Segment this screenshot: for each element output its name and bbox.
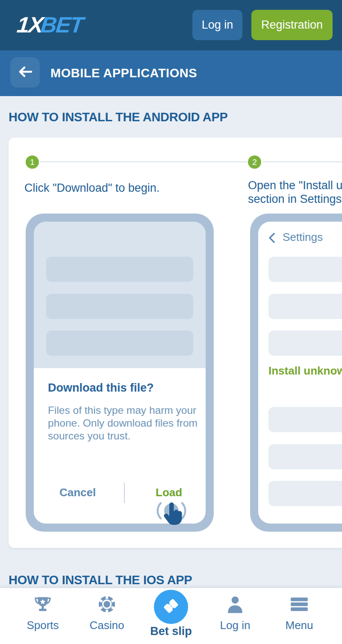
placeholder-bar: [268, 331, 342, 356]
placeholder-bar: [268, 257, 342, 282]
placeholder-bar: [46, 294, 193, 319]
nav-label-casino: Casino: [90, 619, 124, 632]
casino-chip-icon: [97, 595, 117, 615]
placeholder-bar: [268, 407, 342, 432]
registration-button[interactable]: Registration: [251, 10, 333, 40]
back-button[interactable]: [10, 57, 40, 88]
nav-item-sports[interactable]: Sports: [13, 595, 73, 632]
placeholder-bar: [268, 444, 342, 469]
bottom-navigation-bar: Sports Casino: [0, 588, 342, 644]
1xbet-logo[interactable]: 1XBET: [16, 12, 84, 38]
timeline-connector: [262, 161, 342, 162]
placeholder-bar: [268, 481, 342, 506]
tap-hand-cursor-icon: [153, 495, 192, 537]
nav-item-log-in[interactable]: Log in: [205, 595, 265, 632]
step-1-caption: Click "Download" to begin.: [24, 181, 159, 195]
mobile-applications-page: 1XBET Log in Registration MOBILE APPLICA…: [0, 0, 342, 644]
phone-illustration-download: Download this file? Files of this type m…: [26, 214, 214, 532]
phone-screen: Download this file? Files of this type m…: [34, 222, 206, 524]
phone-illustration-settings: Settings Install unknown apps: [250, 214, 342, 532]
bet-slip-ticket-icon: [161, 596, 181, 618]
placeholder-bar: [46, 257, 193, 282]
nav-item-menu[interactable]: Menu: [269, 595, 329, 632]
step-1-badge: 1: [26, 155, 39, 169]
ios-section-heading: HOW TO INSTALL THE IOS APP: [9, 573, 192, 587]
nav-item-casino[interactable]: Casino: [77, 595, 137, 632]
step-2-caption-line1: Open the "Install unknown apps": [248, 179, 342, 192]
nav-label-sports: Sports: [27, 619, 59, 632]
android-section-heading: HOW TO INSTALL THE ANDROID APP: [9, 110, 227, 124]
page-title: MOBILE APPLICATIONS: [50, 50, 197, 96]
login-button[interactable]: Log in: [192, 10, 242, 40]
install-unknown-apps-highlight: Install unknown apps: [268, 364, 342, 378]
dialog-button-divider: [124, 483, 125, 503]
phone-screen: Settings Install unknown apps: [258, 222, 342, 524]
page-titlebar: MOBILE APPLICATIONS: [0, 50, 342, 96]
logo-part-2: BET: [40, 12, 84, 37]
login-button-label: Log in: [202, 18, 233, 32]
download-dialog-title: Download this file?: [48, 381, 154, 395]
timeline-connector: [40, 161, 247, 162]
nav-label-bet-slip: Bet slip: [150, 625, 192, 638]
step-2-badge: 2: [248, 155, 261, 169]
top-header: 1XBET Log in Registration: [0, 0, 342, 50]
settings-screen-title: Settings: [283, 231, 323, 244]
bet-slip-circle: [154, 590, 188, 624]
chevron-left-icon: [268, 232, 276, 246]
nav-item-bet-slip[interactable]: Bet slip: [141, 590, 201, 638]
install-steps-carousel[interactable]: 1 2 Click "Download" to begin. Open the …: [9, 138, 342, 548]
trophy-icon: [33, 595, 53, 615]
step-2-caption: Open the "Install unknown apps" section …: [248, 179, 342, 206]
placeholder-bar: [46, 331, 193, 356]
step-2-caption-line2: section in Settings: [248, 193, 342, 205]
registration-button-label: Registration: [261, 18, 323, 32]
back-arrow-icon: [17, 64, 33, 81]
nav-label-log-in: Log in: [220, 619, 251, 632]
nav-label-menu: Menu: [285, 619, 313, 632]
dialog-cancel-button: Cancel: [59, 486, 96, 499]
placeholder-bar: [268, 294, 342, 319]
hamburger-menu-icon: [289, 595, 309, 615]
step-1-number: 1: [30, 158, 35, 167]
step-2-number: 2: [252, 158, 257, 167]
download-dialog-body: Files of this type may harm your phone. …: [48, 404, 200, 442]
person-icon: [225, 595, 245, 615]
